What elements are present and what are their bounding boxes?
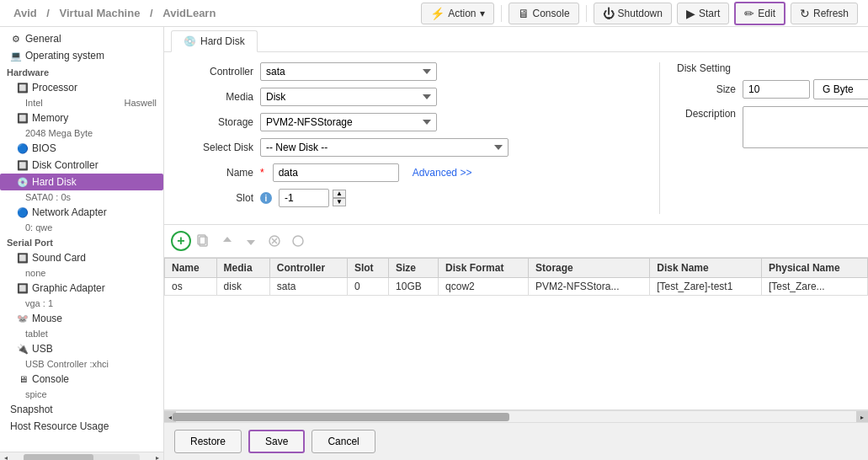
disk-setting-title: Disk Setting — [677, 62, 868, 74]
refresh-button[interactable]: ↻ Refresh — [791, 3, 858, 24]
main-layout: ⚙ General 💻 Operating system Hardware 🔲 … — [0, 27, 868, 460]
form-area: Controller sata Media Disk Sto — [164, 52, 868, 225]
scroll-right-arrow[interactable]: ▸ — [856, 411, 868, 422]
size-input[interactable] — [743, 80, 810, 99]
col-storage: Storage — [529, 259, 650, 278]
delete-button[interactable] — [264, 230, 285, 252]
scroll-thumb[interactable] — [173, 413, 509, 421]
breadcrumb-part3: AvidLearn — [162, 7, 216, 19]
storage-row: Storage PVM2-NFSStorage — [178, 113, 649, 131]
console-button[interactable]: 🖥 Console — [509, 3, 579, 24]
col-slot: Slot — [347, 259, 388, 278]
sidebar-sub-memory-size: 2048 Mega Byte — [0, 126, 163, 140]
sidebar-item-usb[interactable]: 🔌 USB — [0, 340, 163, 357]
slot-increment[interactable]: ▲ — [333, 190, 346, 198]
sidebar-sub-sata: SATA0 : 0s — [0, 190, 163, 204]
restore-button[interactable]: Restore — [174, 430, 242, 453]
sidebar-sub-network: 0: qwe — [0, 221, 163, 234]
sidebar-item-graphic-adapter[interactable]: 🔲 Graphic Adapter — [0, 280, 163, 297]
up-arrow-icon — [221, 234, 234, 248]
action-icon: ⚡ — [430, 7, 445, 20]
table-cell: qcow2 — [439, 278, 529, 296]
hard-disk-icon: 💿 — [17, 177, 29, 188]
sidebar-item-operating-system[interactable]: 💻 Operating system — [0, 47, 163, 64]
top-bar: Avid / Virtual Machine / AvidLearn ⚡ Act… — [0, 0, 868, 27]
storage-select[interactable]: PVM2-NFSStorage — [260, 113, 437, 131]
cancel-button[interactable]: Cancel — [312, 430, 375, 453]
slot-info-icon[interactable]: i — [260, 192, 272, 204]
toolbar-divider1 — [501, 5, 502, 22]
select-disk-row: Select Disk -- New Disk -- — [178, 138, 649, 157]
bios-icon: 🔵 — [17, 143, 29, 154]
os-icon: 💻 — [10, 51, 22, 62]
slot-decrement[interactable]: ▼ — [333, 198, 346, 206]
slot-row: Slot i ▲ ▼ — [178, 189, 649, 207]
size-input-row: G Byte M Byte Disk Format qcow2 raw — [743, 79, 868, 99]
two-col-form: Controller sata Media Disk Sto — [178, 62, 855, 214]
sidebar-item-memory[interactable]: 🔲 Memory — [0, 110, 163, 126]
sidebar-item-network-adapter[interactable]: 🔵 Network Adapter — [0, 204, 163, 221]
sidebar-item-disk-controller[interactable]: 🔲 Disk Controller — [0, 157, 163, 174]
memory-icon: 🔲 — [17, 113, 29, 124]
sidebar-item-processor[interactable]: 🔲 Processor — [0, 79, 163, 96]
col-name: Name — [165, 259, 217, 278]
controller-row: Controller sata — [178, 62, 649, 81]
sidebar-item-hard-disk[interactable]: 💿 Hard Disk — [0, 174, 163, 190]
toolbar: ⚡ Action ▾ 🖥 Console ⏻ Shutdown ▶ Start … — [421, 2, 858, 25]
tab-hard-disk[interactable]: 💿 Hard Disk — [171, 30, 258, 52]
down-arrow-icon — [244, 234, 258, 248]
console-sidebar-icon: 🖥 — [17, 374, 29, 384]
edit-button[interactable]: ✏ Edit — [734, 2, 785, 25]
description-textarea[interactable] — [743, 106, 868, 148]
copy-button[interactable] — [193, 230, 215, 252]
sidebar-item-console[interactable]: 🖥 Console — [0, 371, 163, 388]
advanced-link[interactable]: Advanced >> — [413, 167, 472, 179]
media-label: Media — [178, 91, 253, 103]
media-select[interactable]: Disk — [260, 88, 437, 106]
table-cell: 0 — [347, 278, 388, 296]
breadcrumb-part2: Virtual Machine — [60, 7, 141, 19]
move-down-button[interactable] — [240, 230, 262, 252]
controller-select[interactable]: sata — [260, 62, 437, 81]
sidebar-item-general[interactable]: ⚙ General — [0, 30, 163, 47]
name-required-star: * — [260, 167, 264, 179]
description-row: Description — [677, 106, 868, 148]
action-dropdown-icon: ▾ — [480, 8, 485, 19]
name-input[interactable] — [273, 163, 399, 182]
processor-icon: 🔲 — [17, 83, 29, 94]
refresh-icon: ↻ — [800, 7, 810, 20]
sidebar-item-sound-card[interactable]: 🔲 Sound Card — [0, 249, 163, 266]
start-button[interactable]: ▶ Start — [677, 3, 729, 24]
table-row[interactable]: osdisksata010GBqcow2PVM2-NFSStora...[Tes… — [165, 278, 868, 296]
name-row: Name * Advanced >> — [178, 163, 649, 182]
add-disk-button[interactable]: + — [171, 231, 191, 251]
sidebar-sub-intel: Intel Haswell — [0, 96, 163, 110]
breadcrumb-sep2: / — [150, 7, 156, 19]
sidebar-sub-sound: none — [0, 266, 163, 280]
slot-input[interactable] — [279, 189, 329, 207]
table-cell: [Test_Zare... — [761, 278, 867, 296]
sidebar-item-snapshot[interactable]: Snapshot — [0, 401, 163, 418]
horizontal-scrollbar[interactable]: ◂ ▸ — [164, 410, 868, 422]
action-button[interactable]: ⚡ Action ▾ — [421, 3, 493, 24]
sidebar-scroll-left[interactable]: ◂ — [0, 454, 12, 460]
col-controller: Controller — [269, 259, 347, 278]
svg-point-5 — [293, 236, 303, 246]
breadcrumb-part1: Avid — [13, 7, 37, 19]
sidebar-item-mouse[interactable]: 🐭 Mouse — [0, 310, 163, 327]
size-unit-select[interactable]: G Byte M Byte — [813, 79, 868, 99]
save-button[interactable]: Save — [248, 430, 305, 453]
copy-icon — [197, 234, 210, 248]
shutdown-button[interactable]: ⏻ Shutdown — [594, 3, 672, 24]
move-up-button[interactable] — [216, 230, 238, 252]
breadcrumb-sep1: / — [46, 7, 52, 19]
sidebar-scrollbar[interactable]: ◂ ▸ — [0, 452, 163, 460]
select-disk-select[interactable]: -- New Disk -- — [260, 138, 509, 157]
sidebar-scroll-right[interactable]: ▸ — [152, 454, 163, 460]
revert-button[interactable] — [287, 230, 309, 252]
disk-data-table: Name Media Controller Slot Size Disk For… — [164, 258, 868, 296]
sidebar-item-bios[interactable]: 🔵 BIOS — [0, 140, 163, 157]
size-row: Size G Byte M Byte Disk Format qcow2 raw — [677, 79, 868, 99]
right-column: Disk Setting Size G Byte M Byte Disk For… — [659, 62, 868, 214]
sidebar-item-host-resource[interactable]: Host Resource Usage — [0, 418, 163, 435]
